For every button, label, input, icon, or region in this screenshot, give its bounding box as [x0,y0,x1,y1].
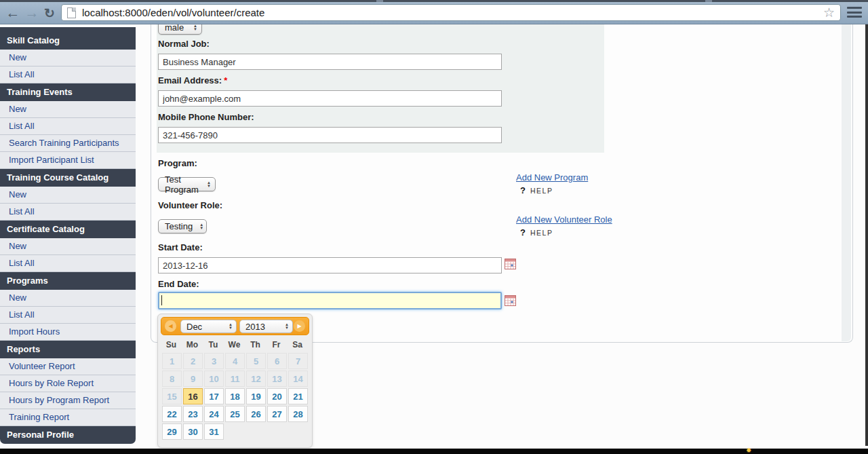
page-icon [67,7,76,18]
day-cell-21[interactable]: 21 [288,388,308,404]
month-value: Dec [186,322,202,332]
day-name: Th [245,340,266,349]
sidebar: Skill CatalogNewList AllTraining EventsN… [0,27,136,444]
day-cell-2: 2 [183,353,203,369]
year-select[interactable]: 2013 ▲▼ [239,320,293,333]
end-date-calendar-icon[interactable] [505,295,516,306]
day-cell-12: 12 [246,371,266,387]
select-stepper-icon: ▲▼ [186,24,197,31]
day-cell-13: 13 [267,371,287,387]
person-details-panel: male ▲▼ Normal Job: Email Address:* Mobi… [157,24,604,153]
bookmark-star-icon[interactable]: ☆ [823,5,835,20]
sidebar-item-new[interactable]: New [0,50,136,67]
sidebar-section-personal-profile: Personal Profile [0,426,136,444]
back-button[interactable]: ← [4,2,22,24]
program-value: Test Program [165,174,200,195]
day-name: Sa [287,340,308,349]
gender-value: male [165,24,184,33]
datepicker-header: ◀ Dec ▲▼ 2013 ▲▼ ▶ [161,317,309,335]
url-text[interactable]: localhost:8000/eden/vol/volunteer/create [82,7,818,18]
add-new-volunteer-role-link[interactable]: Add New Volunteer Role [516,214,612,225]
address-bar[interactable]: localhost:8000/eden/vol/volunteer/create… [61,4,841,21]
sidebar-item-new[interactable]: New [0,290,136,307]
day-cell-17[interactable]: 17 [204,388,224,404]
start-date-label: Start Date: [158,242,203,252]
sidebar-item-import-participant-list[interactable]: Import Participant List [0,152,136,169]
day-name: Tu [203,340,224,349]
program-select[interactable]: Test Program ▲▼ [158,177,216,191]
text-cursor [161,295,162,305]
day-cell-20[interactable]: 20 [267,388,287,404]
normal-job-input[interactable] [158,54,502,70]
day-cell-10: 10 [204,371,224,387]
sidebar-item-search-training-participants[interactable]: Search Training Participants [0,135,136,152]
month-select[interactable]: Dec ▲▼ [180,320,237,333]
add-new-program-link[interactable]: Add New Program [516,172,588,183]
sidebar-item-hours-by-role-report[interactable]: Hours by Role Report [0,375,136,392]
mobile-phone-input[interactable] [158,127,502,143]
day-cell-22[interactable]: 22 [162,406,182,422]
day-cell-30[interactable]: 30 [183,423,203,440]
day-cell-16[interactable]: 16 [183,388,203,404]
sidebar-item-training-report[interactable]: Training Report [0,409,136,426]
volunteer-role-value: Testing [165,221,193,231]
prev-month-icon[interactable]: ◀ [165,320,176,332]
sidebar-item-volunteer-report[interactable]: Volunteer Report [0,358,136,375]
day-name: Su [161,340,182,349]
day-cell-15: 15 [162,388,182,404]
forward-button[interactable]: → [23,2,41,24]
window-right-edge [865,24,868,446]
browser-menu-icon[interactable] [846,5,863,19]
day-cell-29[interactable]: 29 [162,423,182,440]
day-cell-27[interactable]: 27 [267,406,287,422]
sidebar-item-list-all[interactable]: List All [0,118,136,135]
day-cell-24[interactable]: 24 [204,406,224,422]
day-cell-23[interactable]: 23 [183,406,203,422]
scrollbar-track[interactable] [842,24,851,341]
browser-toolbar: ← → ↻ localhost:8000/eden/vol/volunteer/… [0,0,868,24]
sidebar-section-reports: Reports [0,341,136,358]
start-date-input[interactable] [158,257,502,273]
day-name: Fr [266,340,287,349]
gender-select[interactable]: male ▲▼ [158,24,202,35]
sidebar-item-list-all[interactable]: List All [0,307,136,324]
day-cell-8: 8 [162,371,182,387]
start-date-calendar-icon[interactable] [505,259,516,269]
sidebar-item-new[interactable]: New [0,101,136,118]
reload-button[interactable]: ↻ [41,2,58,24]
end-date-input[interactable] [158,292,502,309]
select-stepper-icon: ▲▼ [200,181,211,188]
dock-icon: ✹ [746,447,751,454]
page: Skill CatalogNewList AllTraining EventsN… [0,24,868,454]
day-cell-28[interactable]: 28 [288,406,308,422]
volunteer-role-label: Volunteer Role: [158,200,222,210]
day-cell-31[interactable]: 31 [204,423,224,440]
sidebar-section-skill-catalog: Skill Catalog [0,32,136,50]
next-month-icon[interactable]: ▶ [294,320,305,332]
sidebar-item-hours-by-program-report[interactable]: Hours by Program Report [0,392,136,409]
day-cell-6: 6 [267,353,287,369]
day-cell-25[interactable]: 25 [225,406,245,422]
main-content: male ▲▼ Normal Job: Email Address:* Mobi… [151,24,853,343]
sidebar-item-list-all[interactable]: List All [0,204,136,221]
sidebar-item-import-hours[interactable]: Import Hours [0,324,136,341]
dock-bar: ✹ [0,449,868,454]
day-name: Mo [182,340,203,349]
program-label: Program: [158,158,197,168]
sidebar-clipped-header [0,27,136,32]
sidebar-item-new[interactable]: New [0,238,136,255]
normal-job-label: Normal Job: [158,39,212,49]
program-help-link[interactable]: ?HELP [520,185,553,195]
role-help-link[interactable]: ?HELP [520,227,553,238]
volunteer-role-select[interactable]: Testing ▲▼ [158,219,207,233]
sidebar-item-list-all[interactable]: List All [0,255,136,272]
sidebar-item-list-all[interactable]: List All [0,67,136,83]
day-cell-19[interactable]: 19 [246,388,266,404]
day-cell-26[interactable]: 26 [246,406,266,422]
sidebar-item-new[interactable]: New [0,187,136,204]
email-input[interactable] [158,90,502,107]
day-cell-5: 5 [246,353,266,369]
select-stepper-icon: ▲▼ [193,223,203,230]
datepicker: ◀ Dec ▲▼ 2013 ▲▼ ▶ SuMoTuWeThFrSa 123456… [157,314,313,448]
day-cell-18[interactable]: 18 [225,388,245,404]
